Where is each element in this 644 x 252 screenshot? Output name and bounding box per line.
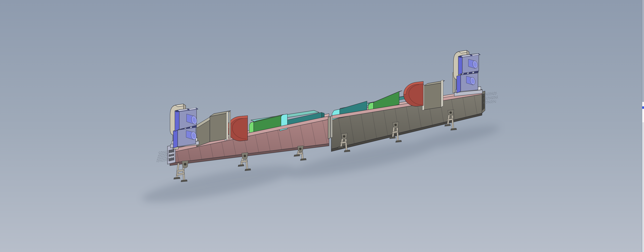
- render-canvas[interactable]: [0, 0, 644, 252]
- adjacent-window-edge-strip[interactable]: [642, 0, 644, 252]
- gusset-hole: [184, 163, 186, 166]
- duct-box-front[interactable]: [210, 113, 227, 142]
- gearbox-side: [458, 55, 462, 75]
- junction-flange-plates[interactable]: [328, 116, 332, 139]
- gearbox-side: [457, 75, 461, 93]
- gearbox-side: [173, 130, 178, 148]
- drive-tower-right[interactable]: [454, 50, 482, 96]
- drive-tower-left[interactable]: [170, 104, 199, 149]
- gusset-hole: [394, 124, 397, 126]
- edge-strip-blue-marker[interactable]: [642, 106, 644, 109]
- edge-strip-gray[interactable]: [642, 122, 644, 252]
- edge-strip-top[interactable]: [642, 0, 644, 102]
- gearmotor-lower[interactable]: [457, 73, 478, 93]
- outfeed-flange-plate: [441, 80, 443, 107]
- gusset-hole: [450, 111, 452, 114]
- gusset-hole: [244, 155, 246, 157]
- junction-plate: [331, 116, 332, 138]
- break-line-hatch-right: [483, 92, 498, 104]
- gusset-hole: [343, 135, 345, 138]
- window-edge-line: [642, 0, 642, 252]
- edge-strip-white[interactable]: [642, 102, 644, 122]
- cad-viewport[interactable]: [0, 0, 644, 252]
- outfeed-box-front[interactable]: [424, 83, 441, 110]
- duct-flange-plate: [229, 112, 230, 139]
- duct-flange-plate: [226, 111, 228, 140]
- gusset-hole: [299, 148, 302, 150]
- break-line-hatch-left: [156, 150, 175, 162]
- gearbox-side: [175, 109, 179, 131]
- junction-plate: [328, 116, 331, 139]
